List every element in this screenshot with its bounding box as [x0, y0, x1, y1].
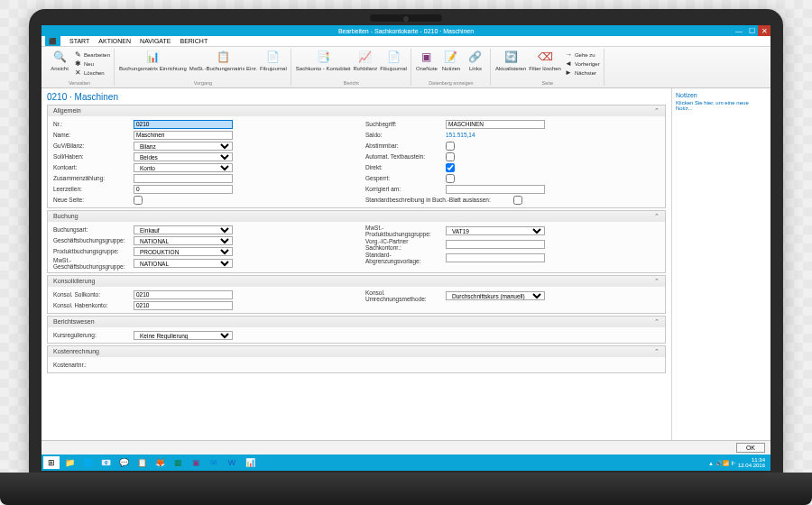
section-header-allgemein[interactable]: Allgemein — [48, 106, 665, 116]
konsol-umrech-select[interactable]: Durchschnittskurs (manuell) — [446, 291, 545, 300]
taskbar-onenote[interactable]: ▣ — [188, 456, 204, 469]
vorheriger-button[interactable]: ◄Vorheriger — [564, 60, 600, 69]
balance-icon: 📈 — [358, 50, 373, 65]
menu-bar: ⬛ START AKTIONEN NAVIGATE BERICHT — [42, 36, 770, 47]
name-input[interactable] — [134, 131, 233, 140]
goto-icon: → — [564, 50, 573, 60]
edit-icon: ✎ — [73, 50, 82, 60]
onenote-button[interactable]: ▣OneNote — [416, 50, 438, 72]
window-title: Bearbeiten - Sachkontokarte - 0210 · Mas… — [338, 28, 474, 34]
section-header-buchung[interactable]: Buchung — [48, 211, 665, 222]
mwst-prod-select[interactable]: VAT19 — [446, 226, 545, 235]
leerzeilen-input[interactable] — [134, 185, 233, 194]
close-button[interactable]: ✕ — [758, 25, 770, 36]
ok-button[interactable]: OK — [736, 443, 765, 453]
new-note-hint[interactable]: Klicken Sie hier, um eine neue Notiz... — [676, 100, 767, 111]
vorg-ic-input[interactable] — [446, 240, 545, 249]
nr-input[interactable] — [134, 120, 233, 129]
gesperrt-checkbox[interactable] — [446, 174, 455, 183]
aktualisieren-button[interactable]: 🔄Aktualisieren — [495, 50, 526, 72]
account-icon: 📑 — [316, 50, 330, 65]
fibujournal2-button[interactable]: 📄Fibujournal — [380, 50, 407, 72]
rohbilanz-button[interactable]: 📈Rohbilanz — [354, 50, 378, 72]
taskbar-explorer[interactable]: 📁 — [61, 456, 78, 469]
gehezu-button[interactable]: →Gehe zu — [564, 50, 600, 60]
section-berichtswesen: Berichtswesen Kursregulierung:Keine Regu… — [47, 316, 666, 344]
page-title: 0210 · Maschinen — [47, 92, 666, 102]
delete-icon: ✕ — [73, 69, 82, 78]
footer: OK — [42, 440, 770, 454]
title-bar: Bearbeiten - Sachkontokarte - 0210 · Mas… — [42, 25, 770, 36]
guv-select[interactable]: Bilanz — [134, 142, 233, 151]
section-allgemein: Allgemein Nr.: Name: GuV/Bilanz:Bilanz S… — [47, 105, 666, 208]
kursregulierung-select[interactable]: Keine Regulierung — [134, 331, 233, 340]
section-konsolidierung: Konsolidierung Konsol. Sollkonto: Konsol… — [47, 275, 666, 314]
neu-button[interactable]: ✱Neu — [73, 60, 110, 69]
produktbuch-select[interactable]: PRODUKTION — [134, 247, 233, 256]
naechster-button[interactable]: ►Nächster — [564, 69, 600, 78]
suchbegriff-input[interactable] — [446, 120, 545, 129]
refresh-icon: 🔄 — [503, 50, 518, 65]
sidebar-notizen: Notizen Klicken Sie hier, um eine neue N… — [671, 88, 770, 440]
section-buchung: Buchung Buchungsart:Einkauf Geschäftsbuc… — [47, 210, 666, 273]
section-header-konsol[interactable]: Konsolidierung — [48, 276, 665, 287]
taskbar-app1[interactable]: 📧 — [97, 456, 114, 469]
journal-icon: 📄 — [266, 50, 281, 65]
links-button[interactable]: 🔗Links — [465, 50, 486, 72]
start-button[interactable]: ⊞ — [43, 456, 60, 469]
mwst-gesch-select[interactable]: NATIONAL — [134, 259, 233, 268]
tab-navigate[interactable]: NAVIGATE — [140, 38, 171, 44]
minimize-button[interactable]: — — [733, 25, 745, 36]
clear-filter-icon: ⌫ — [538, 50, 552, 65]
konsol-soll-input[interactable] — [134, 290, 233, 299]
view-icon: 🔍 — [52, 50, 67, 65]
sachkonto-button[interactable]: 📑Sachkonto - Kontoblatt — [296, 50, 351, 72]
taskbar-firefox[interactable]: 🦊 — [152, 456, 168, 469]
saldo-value[interactable]: 151.515,14 — [446, 132, 475, 138]
taskbar-word[interactable]: W — [224, 456, 240, 469]
file-menu[interactable]: ⬛ — [45, 36, 60, 46]
notizen-button[interactable]: 📝Notizen — [440, 50, 462, 72]
journal2-icon: 📄 — [386, 50, 401, 65]
section-header-kosten[interactable]: Kostenrechnung — [48, 346, 665, 357]
direkt-checkbox[interactable] — [446, 163, 455, 172]
abstimmbar-checkbox[interactable] — [446, 142, 455, 151]
taskbar-excel[interactable]: ▦ — [170, 456, 186, 469]
taskbar-app3[interactable]: 📋 — [134, 456, 150, 469]
section-kostenrechnung: Kostenrechnung Kostenartnr.: — [47, 345, 666, 373]
bearbeiten-button[interactable]: ✎Bearbeiten — [73, 50, 110, 60]
neuseite-checkbox[interactable] — [134, 196, 143, 205]
zusammen-input[interactable] — [134, 174, 233, 183]
fibujournal-button[interactable]: 📄Fibujournal — [260, 50, 287, 72]
taskbar-nav[interactable]: 📊 — [242, 456, 258, 469]
loeschen-button[interactable]: ✕Löschen — [73, 69, 110, 78]
section-header-bericht[interactable]: Berichtswesen — [48, 317, 665, 327]
tray-date[interactable]: 12.04.2016 — [738, 463, 765, 468]
taskbar-app2[interactable]: 💬 — [115, 456, 132, 469]
new-icon: ✱ — [73, 60, 82, 69]
taskbar-ie[interactable]: 🌐 — [79, 456, 96, 469]
vat-icon: 📋 — [216, 50, 230, 65]
tab-bericht[interactable]: BERICHT — [180, 38, 208, 44]
maximize-button[interactable]: ☐ — [745, 25, 758, 36]
stdbesch-checkbox[interactable] — [513, 196, 522, 205]
sollhaben-select[interactable]: Beides — [134, 152, 233, 161]
autotext-checkbox[interactable] — [446, 152, 455, 161]
mwst-matrix-button[interactable]: 📋MwSt.-Buchungsmatrix Einr. — [189, 50, 257, 72]
tray-icons[interactable]: ▲ 🔊 📶 🏳 — [708, 460, 736, 466]
kontoart-select[interactable]: Konto — [134, 163, 233, 172]
links-icon: 🔗 — [468, 50, 483, 65]
geschaeftsbuch-select[interactable]: NATIONAL — [134, 236, 233, 245]
konsol-haben-input[interactable] — [134, 301, 233, 310]
buchungsmatrix-button[interactable]: 📊Buchungsmatrix Einrichtung — [119, 50, 187, 72]
ribbon: 🔍Ansicht ✎Bearbeiten ✱Neu ✕Löschen Verwa… — [42, 47, 770, 88]
korrigiert-input[interactable] — [446, 185, 545, 194]
taskbar-outlook[interactable]: ✉ — [206, 456, 222, 469]
buchungsart-select[interactable]: Einkauf — [134, 225, 233, 234]
tab-aktionen[interactable]: AKTIONEN — [98, 38, 131, 44]
tab-start[interactable]: START — [69, 38, 89, 44]
ansicht-button[interactable]: 🔍Ansicht — [49, 50, 70, 72]
notes-icon: 📝 — [444, 50, 458, 65]
std-abgrenz-input[interactable] — [446, 253, 545, 262]
filter-loeschen-button[interactable]: ⌫Filter löschen — [529, 50, 561, 72]
